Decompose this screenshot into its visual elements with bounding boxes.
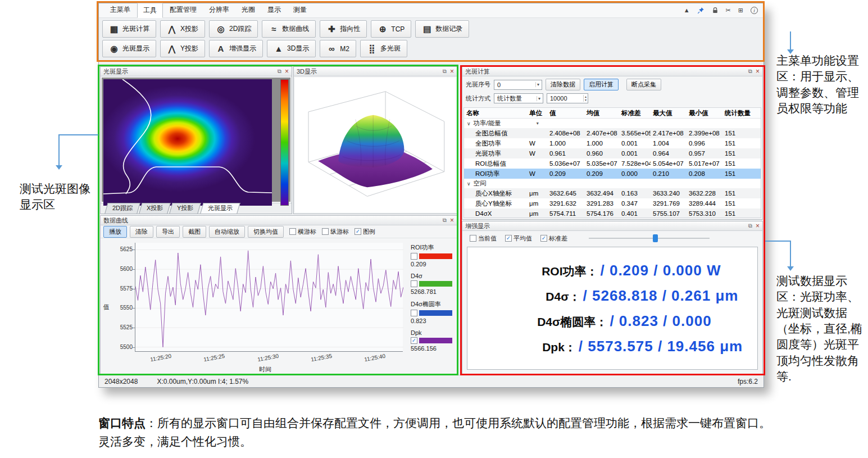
cut-icon[interactable]: ✂ <box>726 7 731 13</box>
curve-button[interactable]: 切换均值 <box>248 226 284 238</box>
toolbar-button[interactable]: ◉光斑显示 <box>102 40 156 57</box>
spot-tab[interactable]: 2D跟踪 <box>104 203 140 214</box>
table-row[interactable]: D4σXμm5754.7115754.1760.4015755.1075753.… <box>464 208 761 218</box>
table-header-cell[interactable]: 最小值 <box>687 109 722 117</box>
lock-icon[interactable] <box>712 7 719 14</box>
table-header-cell[interactable]: 统计数量 <box>722 109 761 117</box>
spot-tab[interactable]: 光斑显示 <box>200 203 240 214</box>
layout-icon[interactable]: ⊞ <box>738 7 743 13</box>
table-cell: μm <box>527 210 547 217</box>
table-row[interactable]: ROI总幅值5.036e+075.035e+077.528e+045.054e+… <box>464 158 761 169</box>
toolbar-button[interactable]: A增强显示 <box>209 40 263 57</box>
info-icon[interactable]: i <box>751 7 758 14</box>
readout-row: D4σ：/ 5268.818 / 0.261 μm <box>476 287 748 305</box>
checkbox-item[interactable]: ✓平均值 <box>505 234 532 243</box>
toolbar-button[interactable]: ⊕TCP <box>371 20 411 38</box>
menu-tab[interactable]: 主菜单 <box>104 3 136 18</box>
toolbar-button[interactable]: ✚指向性 <box>320 20 367 38</box>
curve-button[interactable]: 清除 <box>130 226 153 238</box>
close-icon[interactable]: × <box>450 68 454 75</box>
curve-gauges: ROI功率0.209D4σ5268.781D4σ椭圆率0.823Dpk✓5566… <box>408 240 456 374</box>
table-cell: 0.208 <box>687 170 722 177</box>
float-icon[interactable]: ⧉ <box>748 223 752 229</box>
beam-image-area[interactable] <box>102 78 290 202</box>
spot-index-combo[interactable]: 0▾ <box>494 80 542 90</box>
toolbar-button[interactable]: ∞M2 <box>320 40 356 57</box>
table-row[interactable]: 光斑功率W0.9610.9600.0010.9640.957151 <box>464 148 761 158</box>
checkbox[interactable]: ✓ <box>355 228 361 235</box>
table-row[interactable]: 全图功率W1.0001.0000.0011.0040.996151 <box>464 138 761 148</box>
table-header-cell[interactable]: 单位 <box>527 109 547 117</box>
menu-tab[interactable]: 测量 <box>288 3 312 18</box>
toolbar-button[interactable]: ▤数据记录 <box>415 20 469 38</box>
close-icon[interactable]: × <box>450 217 454 224</box>
clear-data-button[interactable]: 清除数据 <box>546 79 580 90</box>
surface-3d-plot[interactable] <box>295 78 456 212</box>
checkbox[interactable]: ✓ <box>540 235 547 242</box>
beam-profile-overlay <box>103 79 272 206</box>
checkbox-item[interactable]: 横游标 <box>289 228 316 236</box>
close-icon[interactable]: × <box>756 223 760 229</box>
filter-dropdown-icon[interactable]: ▾ <box>537 121 539 126</box>
menu-tab[interactable]: 显示 <box>262 3 287 18</box>
curve-plot[interactable] <box>135 243 403 352</box>
checkbox-item[interactable]: 当前值 <box>470 234 497 243</box>
menu-tab[interactable]: 光圈 <box>236 3 261 18</box>
toolbar-button[interactable]: ⣿多光斑 <box>360 40 407 57</box>
breakpoint-capture-button[interactable]: 断点采集 <box>626 79 661 90</box>
curve-button[interactable]: 播放 <box>103 226 127 238</box>
checkbox[interactable]: ✓ <box>505 235 512 242</box>
table-row[interactable]: 全图总幅值2.408e+082.407e+083.565e+052.417e+0… <box>464 128 761 138</box>
toolbar-button[interactable]: ◎2D跟踪 <box>209 20 258 38</box>
spot-tab[interactable]: Y投影 <box>170 203 202 214</box>
checkbox[interactable] <box>322 228 329 235</box>
curve-button[interactable]: 截图 <box>183 226 206 238</box>
toolbar-button[interactable]: ▦光斑计算 <box>102 20 156 38</box>
table-header-cell[interactable]: 标准差 <box>619 109 651 117</box>
table-row[interactable]: 质心Y轴坐标μm3291.6323291.2830.3473291.769328… <box>464 198 761 208</box>
slider-handle[interactable] <box>653 234 658 242</box>
stat-count-spinner[interactable]: 10000▴▾ <box>547 93 588 103</box>
checkbox[interactable] <box>289 228 296 235</box>
spot-tab[interactable]: X投影 <box>139 203 171 214</box>
checkbox-item[interactable]: ✓标准差 <box>540 234 567 243</box>
stat-mode-combo[interactable]: 统计数量▾ <box>494 93 543 103</box>
toolbar-button[interactable]: ⋀Y投影 <box>160 40 205 57</box>
toolbar-button[interactable]: ⋀X投影 <box>160 20 205 38</box>
table-header-cell[interactable]: 值 <box>547 109 584 117</box>
menu-tab[interactable]: 分辨率 <box>203 3 235 18</box>
curve-button[interactable]: 导出 <box>156 226 180 238</box>
gauge-checkbox[interactable] <box>411 310 417 316</box>
table-header-cell[interactable]: 均值 <box>584 109 619 117</box>
menu-tab[interactable]: 工具 <box>137 3 163 18</box>
gauge-checkbox[interactable]: ✓ <box>411 337 417 344</box>
checkbox-item[interactable]: ✓图例 <box>355 228 375 236</box>
gauge-checkbox[interactable] <box>411 280 417 287</box>
close-icon[interactable]: × <box>756 68 760 75</box>
curve-button[interactable]: 自动缩放 <box>209 226 245 238</box>
table-cell: W <box>527 170 547 177</box>
collapse-icon[interactable]: ▲ <box>684 7 690 13</box>
table-group-row[interactable]: ∨空间 <box>464 179 761 188</box>
float-icon[interactable]: ⧉ <box>443 217 447 223</box>
pin-icon[interactable] <box>697 7 705 14</box>
menu-tab[interactable]: 配置管理 <box>164 3 202 18</box>
enhance-slider[interactable] <box>589 238 710 239</box>
spinner-arrows-icon[interactable]: ▴▾ <box>583 95 587 102</box>
table-row[interactable]: 质心X轴坐标μm3632.6453632.4940.1633633.240363… <box>464 188 761 198</box>
checkbox-item[interactable]: 纵游标 <box>322 228 349 236</box>
gauge-checkbox[interactable] <box>411 253 417 260</box>
close-icon[interactable]: × <box>285 68 289 75</box>
toolbar-button[interactable]: ▲3D显示 <box>267 40 316 57</box>
toolbar-button[interactable]: ≈数据曲线 <box>262 20 316 38</box>
float-icon[interactable]: ⧉ <box>748 69 752 74</box>
table-header-cell[interactable]: 名称 <box>464 109 527 117</box>
table-row[interactable]: ROI功率W0.2090.2090.0000.2100.208151 <box>464 169 761 179</box>
arrow-line <box>58 134 98 135</box>
enable-calc-button[interactable]: 启用计算 <box>584 79 619 90</box>
checkbox[interactable] <box>470 235 476 242</box>
float-icon[interactable]: ⧉ <box>443 69 447 74</box>
table-header-cell[interactable]: 最大值 <box>651 109 687 117</box>
table-group-row[interactable]: ∨功率/能量▾ <box>464 119 761 128</box>
float-icon[interactable]: ⧉ <box>278 69 281 74</box>
